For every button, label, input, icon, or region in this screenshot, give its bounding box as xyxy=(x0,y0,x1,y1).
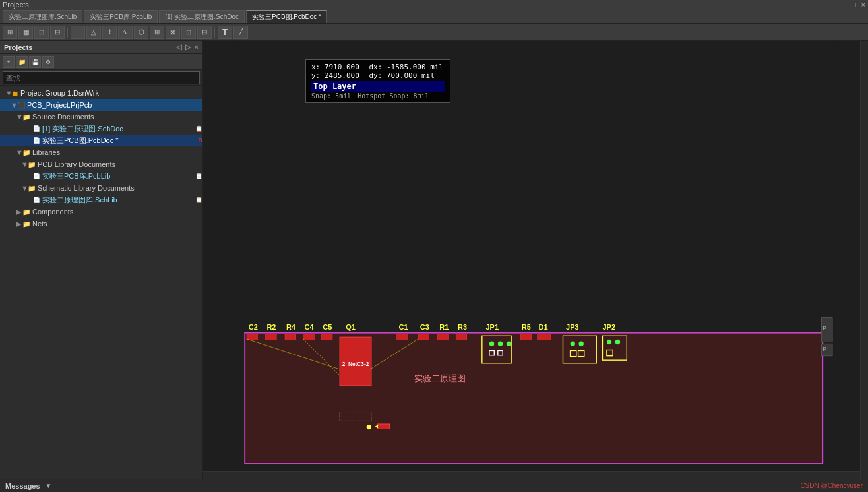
tree-pcbdoc-file[interactable]: ▶ 📄 实验三PCB图.PcbDoc * D xyxy=(0,135,202,146)
svg-text:C1: C1 xyxy=(399,323,408,331)
tree-source-docs[interactable]: ▼ 📁 Source Documents xyxy=(0,111,202,123)
svg-text:C4: C4 xyxy=(305,323,315,331)
pcb-project-icon: ⬛ xyxy=(17,102,25,109)
tab-pcblib[interactable]: 实验三PCB库.PcbLib xyxy=(84,10,158,23)
coord-y-val: 2485.000 xyxy=(325,71,359,80)
coord-dy-label: dy: xyxy=(369,71,387,80)
toolbar-btn-T[interactable]: T xyxy=(218,26,232,39)
toolbar-btn-11[interactable]: ⊠ xyxy=(166,26,180,39)
tree-project-group[interactable]: ▼ 🖿 Project Group 1.DsnWrk xyxy=(0,87,202,99)
pcbdoc-modified-icon: D xyxy=(199,137,203,144)
sidebar-save-btn[interactable]: 💾 xyxy=(29,56,41,68)
toolbar-btn-7[interactable]: ⌇ xyxy=(102,26,117,39)
toolbar-sep-1 xyxy=(67,27,68,38)
window-maximize[interactable]: □ xyxy=(852,1,856,9)
svg-text:R2: R2 xyxy=(266,323,276,331)
toolbar-btn-3[interactable]: ⊡ xyxy=(34,26,49,39)
arrow-nets: ▶ xyxy=(16,220,22,228)
svg-text:C2: C2 xyxy=(249,323,258,331)
sidebar-title: Projects xyxy=(4,44,32,51)
tree-pcblib-file[interactable]: ▶ 📄 实验三PCB库.PcbLib 📋 xyxy=(0,170,202,182)
sidebar-icon-2[interactable]: ▷ xyxy=(185,43,191,51)
tree-schlib-docs[interactable]: ▼ 📁 Schematic Library Documents xyxy=(0,182,202,194)
folder-icon-nets: 📁 xyxy=(22,220,30,228)
toolbar-btn-8[interactable]: ∿ xyxy=(118,26,133,39)
hotspot-snap-label: Hotspot Snap: 8mil xyxy=(357,92,429,100)
folder-icon-group: 🖿 xyxy=(12,90,18,97)
pcblib-docs-label: PCB Library Documents xyxy=(38,160,115,168)
tab-schdoc[interactable]: [1] 实验二原理图.SchDoc xyxy=(159,10,245,23)
coord-dx-label: dx: xyxy=(369,63,387,71)
schlib-doc-icon: 📋 xyxy=(195,197,202,203)
toolbar-btn-10[interactable]: ⊞ xyxy=(150,26,164,39)
tree-pcb-project[interactable]: ▼ ⬛ PCB_Project.PrjPcb xyxy=(0,99,202,111)
svg-text:R1: R1 xyxy=(439,323,449,331)
tree-nets[interactable]: ▶ 📁 Nets xyxy=(0,218,202,230)
arrow-pcblib-docs: ▼ xyxy=(21,160,28,168)
toolbar-btn-6[interactable]: △ xyxy=(86,26,101,39)
schdoc-file-label: [1] 实验二原理图.SchDoc xyxy=(42,124,123,134)
arrow-pcblib-file: ▶ xyxy=(26,172,33,181)
sidebar-settings-btn[interactable]: ⚙ xyxy=(42,56,54,68)
toolbar-btn-5[interactable]: ☰ xyxy=(71,26,85,39)
tab-pcblib-label: 实验三PCB库.PcbLib xyxy=(90,13,152,22)
coord-tooltip: x: 7910.000 dx: -1585.000 mil y: 2485.00… xyxy=(305,59,450,103)
tree-pcblib-docs[interactable]: ▼ 📁 PCB Library Documents xyxy=(0,158,202,170)
svg-text:Q1: Q1 xyxy=(346,323,356,331)
svg-rect-27 xyxy=(538,334,551,340)
coord-unit-1: mil xyxy=(430,63,443,71)
toolbar-btn-2[interactable]: ▦ xyxy=(18,26,33,39)
sidebar-folder-btn[interactable]: 📁 xyxy=(16,56,28,68)
coord-x-val: 7910.000 xyxy=(325,63,359,71)
sidebar-header-icons: ◁ ▷ × xyxy=(176,43,199,51)
svg-text:2: 2 xyxy=(342,361,346,367)
tree-libraries[interactable]: ▼ 📁 Libraries xyxy=(0,146,202,158)
arrow-schlib-docs: ▼ xyxy=(21,184,28,192)
arrow-pcbdoc: ▶ xyxy=(26,137,33,145)
svg-text:R4: R4 xyxy=(286,323,296,331)
arrow-libraries: ▼ xyxy=(16,148,22,156)
tab-schdoc-label: [1] 实验二原理图.SchDoc xyxy=(165,13,239,22)
tab-schlib[interactable]: 实验二原理图库.SchLib xyxy=(3,10,82,23)
arrow-project-group: ▼ xyxy=(5,89,12,97)
window-close[interactable]: × xyxy=(861,1,865,9)
sidebar-icon-1[interactable]: ◁ xyxy=(176,43,181,51)
tab-pcbdoc[interactable]: 实验三PCB图.PcbDoc * xyxy=(246,10,327,23)
toolbar-btn-9[interactable]: ⬡ xyxy=(134,26,148,39)
toolbar-btn-4[interactable]: ⊟ xyxy=(50,26,65,39)
tree-components[interactable]: ▶ 📁 Components xyxy=(0,206,202,218)
components-label: Components xyxy=(32,208,73,216)
scrollbar-bottom[interactable] xyxy=(203,471,860,479)
coord-x-label: x: xyxy=(311,63,325,71)
toolbar-btn-13[interactable]: ⊟ xyxy=(197,26,212,39)
schdoc-file-icon: 📄 xyxy=(33,125,40,132)
svg-rect-23 xyxy=(418,334,429,340)
svg-rect-18 xyxy=(266,334,277,340)
svg-text:R5: R5 xyxy=(522,323,531,331)
canvas-area[interactable]: x: 7910.000 dx: -1585.000 mil y: 2485.00… xyxy=(203,41,868,479)
toolbar-btn-1[interactable]: ⊞ xyxy=(3,26,17,39)
svg-point-37 xyxy=(507,342,511,346)
arrow-source-docs: ▼ xyxy=(16,113,22,121)
main-area: Projects ◁ ▷ × + 📁 💾 ⚙ ▼ 🖿 Project Group… xyxy=(0,41,868,479)
sidebar-icon-3[interactable]: × xyxy=(195,43,199,51)
pcblib-doc-icon: 📋 xyxy=(195,173,202,179)
tree-schlib-file[interactable]: ▶ 📄 实验二原理图库.SchLib 📋 xyxy=(0,194,202,206)
toolbar-btn-12[interactable]: ⊡ xyxy=(181,26,196,39)
svg-rect-25 xyxy=(456,334,467,340)
watermark: CSDN @Chencyuser xyxy=(800,482,863,489)
window-minimize[interactable]: − xyxy=(842,1,846,9)
search-input[interactable] xyxy=(3,71,200,84)
tree-schdoc-file[interactable]: ▶ 📄 [1] 实验二原理图.SchDoc 📋 xyxy=(0,123,202,135)
svg-point-36 xyxy=(498,342,503,346)
coord-y-label: y: xyxy=(311,71,325,80)
status-dropdown-arrow[interactable]: ▼ xyxy=(46,482,52,489)
sidebar-new-btn[interactable]: + xyxy=(3,56,15,68)
snap-info: Snap: 5mil Hotspot Snap: 8mil xyxy=(311,92,445,100)
folder-icon-pcblib: 📁 xyxy=(28,161,36,168)
svg-rect-20 xyxy=(303,334,315,340)
scrollbar-right[interactable] xyxy=(860,41,868,479)
schdoc-doc-icon: 📋 xyxy=(195,125,202,132)
folder-icon-schlib: 📁 xyxy=(28,185,36,192)
toolbar-btn-line[interactable]: ╱ xyxy=(233,26,248,39)
